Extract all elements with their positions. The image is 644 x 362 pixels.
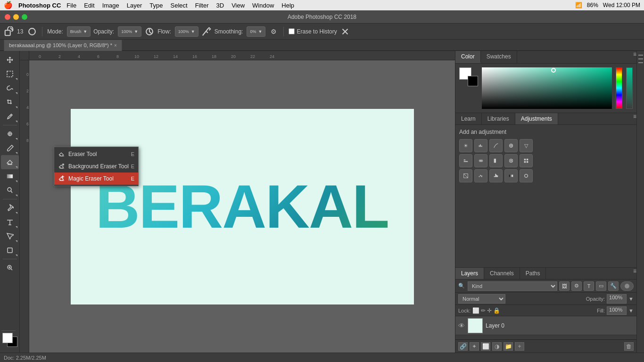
always-use-pressure-icon[interactable] xyxy=(144,26,155,37)
threshold-adj[interactable] xyxy=(489,169,503,182)
layer-mask-button[interactable]: ⬜ xyxy=(481,342,490,351)
tab-layers[interactable]: Layers xyxy=(455,268,484,279)
channel-mixer-adj[interactable] xyxy=(520,154,533,167)
canvas-content[interactable]: BERAKAL Eraser Tool E xyxy=(29,60,455,353)
lock-transparent-pixels-icon[interactable]: ⬜ xyxy=(472,307,479,314)
minimize-window-button[interactable] xyxy=(13,14,19,20)
ctx-eraser-tool[interactable]: Eraser Tool E xyxy=(54,148,138,160)
smoothing-dropdown[interactable]: 0%▼ xyxy=(247,26,265,37)
type-tool-button[interactable] xyxy=(1,215,19,229)
crop-tool-button[interactable] xyxy=(1,95,19,109)
layers-panel-options-icon[interactable]: ≡ xyxy=(633,268,636,279)
fill-value[interactable]: 100% xyxy=(607,306,627,315)
menu-filter[interactable]: Filter xyxy=(191,2,213,9)
lasso-tool-button[interactable] xyxy=(1,81,19,95)
app-name[interactable]: Photoshop CC xyxy=(18,2,61,9)
tab-libraries[interactable]: Libraries xyxy=(482,113,515,124)
menu-file[interactable]: File xyxy=(63,2,80,9)
menu-type[interactable]: Type xyxy=(146,2,166,9)
gradient-tool-button[interactable] xyxy=(1,169,19,183)
lock-position-icon[interactable]: ✛ xyxy=(487,307,492,314)
curves-adj[interactable] xyxy=(489,139,503,152)
filter-type-icon[interactable]: T xyxy=(584,281,594,291)
layer-link-button[interactable]: 🔗 xyxy=(458,342,468,351)
tab-adjustments[interactable]: Adjustments xyxy=(515,113,558,124)
tab-learn[interactable]: Learn xyxy=(455,113,482,124)
brightness-contrast-adj[interactable]: ☀ xyxy=(459,139,472,152)
eyedropper-tool-button[interactable] xyxy=(1,109,19,123)
document-canvas[interactable]: BERAKAL xyxy=(71,109,414,304)
menu-select[interactable]: Select xyxy=(166,2,191,9)
lock-artboard-icon[interactable]: 🔒 xyxy=(493,307,500,314)
vibrance-adj[interactable]: ▽ xyxy=(520,139,533,152)
layer-visibility-toggle[interactable]: 👁 xyxy=(458,322,465,329)
menu-image[interactable]: Image xyxy=(99,2,123,9)
new-layer-button[interactable]: + xyxy=(515,342,524,351)
lock-image-pixels-icon[interactable]: ✏ xyxy=(481,307,486,314)
zoom-tool-button[interactable] xyxy=(1,261,19,275)
opacity-value[interactable]: 100% xyxy=(607,294,627,304)
filter-shape-icon[interactable]: ▭ xyxy=(596,281,606,291)
levels-adj[interactable] xyxy=(474,139,487,152)
menu-view[interactable]: View xyxy=(228,2,248,9)
invert-adj[interactable] xyxy=(459,169,472,182)
filter-adjustment-icon[interactable]: ⚙ xyxy=(571,281,582,291)
delete-layer-button[interactable]: 🗑 xyxy=(624,342,634,351)
healing-brush-button[interactable] xyxy=(1,127,19,141)
menu-window[interactable]: Window xyxy=(248,2,278,9)
menu-edit[interactable]: Edit xyxy=(80,2,98,9)
mode-dropdown[interactable]: Brush▼ xyxy=(67,26,91,37)
menu-3d[interactable]: 3D xyxy=(213,2,228,9)
brush-preview-icon[interactable] xyxy=(27,26,37,37)
eraser-tool-button[interactable] xyxy=(1,155,19,169)
ctx-magic-eraser-tool[interactable]: Magic Eraser Tool E xyxy=(54,173,138,185)
layer-filter-dropdown[interactable]: Kind xyxy=(468,281,557,291)
filter-smart-object-icon[interactable]: 🔧 xyxy=(608,281,619,291)
layer-0-item[interactable]: 👁 Layer 0 xyxy=(455,316,636,335)
selection-tool-button[interactable] xyxy=(1,67,19,81)
dodge-tool-button[interactable] xyxy=(1,183,19,197)
erase-to-history-checkbox[interactable]: Erase to History xyxy=(289,28,337,35)
ctx-background-eraser-tool[interactable]: Background Eraser Tool E xyxy=(54,160,138,173)
erase-to-history-input[interactable] xyxy=(289,28,295,34)
airbrush-icon[interactable] xyxy=(201,26,212,37)
flow-dropdown[interactable]: 100%▼ xyxy=(175,26,198,37)
tab-close-button[interactable]: × xyxy=(114,43,117,48)
smoothing-settings-icon[interactable]: ⚙ xyxy=(268,26,279,37)
right-collapse-strip[interactable] xyxy=(636,51,644,353)
tab-swatches[interactable]: Swatches xyxy=(481,51,517,63)
move-tool-button[interactable] xyxy=(1,53,19,67)
erase-history-icon[interactable] xyxy=(340,26,350,37)
shape-tool-button[interactable] xyxy=(1,243,19,257)
canvas-area[interactable]: 0 2 4 6 8 10 12 14 16 18 20 22 24 0 2 xyxy=(20,51,455,353)
path-selection-button[interactable] xyxy=(1,229,19,243)
tab-channels[interactable]: Channels xyxy=(484,268,520,279)
hsl-adj[interactable] xyxy=(459,154,472,167)
menu-layer[interactable]: Layer xyxy=(123,2,146,9)
document-tab[interactable]: berakaaaal.png @ 100% (Layer 0, RGB/8*) … xyxy=(4,40,122,51)
exposure-adj[interactable] xyxy=(504,139,518,152)
layer-style-button[interactable]: ✦ xyxy=(470,342,479,351)
filter-pixel-icon[interactable]: 🖼 xyxy=(559,281,570,291)
new-group-button[interactable]: 📁 xyxy=(504,342,513,351)
new-fill-adjustment-layer-button[interactable]: ◑ xyxy=(492,342,502,351)
tab-paths[interactable]: Paths xyxy=(520,268,546,279)
selective-color-adj[interactable] xyxy=(520,169,533,182)
close-window-button[interactable] xyxy=(5,14,10,20)
brush-tool-button[interactable] xyxy=(1,141,19,155)
layer-filter-toggle[interactable] xyxy=(620,281,634,291)
pen-tool-button[interactable] xyxy=(1,201,19,215)
color-picker-gradient[interactable] xyxy=(482,67,612,109)
bw-adj[interactable] xyxy=(489,154,503,167)
tab-color[interactable]: Color xyxy=(455,51,481,63)
apple-menu[interactable]: 🍎 xyxy=(4,1,13,9)
blend-mode-dropdown[interactable]: Normal xyxy=(458,294,505,304)
hue-slider[interactable] xyxy=(616,67,622,109)
color-balance-adj[interactable] xyxy=(474,154,487,167)
opacity-slider[interactable] xyxy=(626,67,633,109)
adj-panel-options-icon[interactable]: ≡ xyxy=(633,113,636,124)
color-panel-options-icon[interactable]: ≡ xyxy=(633,51,636,63)
background-color-swatch[interactable] xyxy=(468,76,478,86)
photo-filter-adj[interactable] xyxy=(504,154,518,167)
posterize-adj[interactable] xyxy=(474,169,487,182)
